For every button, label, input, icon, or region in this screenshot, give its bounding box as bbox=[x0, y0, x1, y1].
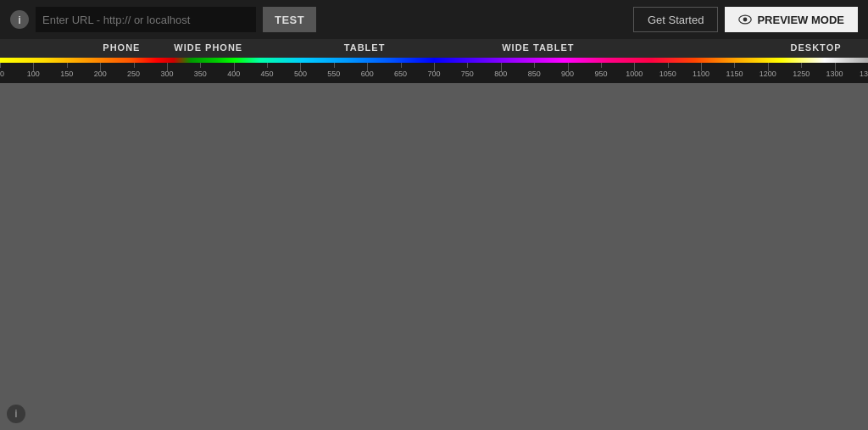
tick-label-1200: 1200 bbox=[760, 70, 776, 78]
url-input[interactable] bbox=[36, 7, 256, 32]
preview-mode-label: PREVIEW MODE bbox=[757, 14, 844, 26]
tick-label-800: 800 bbox=[494, 70, 507, 78]
tick-label-650: 650 bbox=[394, 70, 407, 78]
tick-label-700: 700 bbox=[427, 70, 440, 78]
tick-label-150: 150 bbox=[60, 70, 73, 78]
tick-label-1000: 1000 bbox=[626, 70, 643, 78]
tick-label-350: 350 bbox=[194, 70, 207, 78]
tick-label-750: 750 bbox=[461, 70, 474, 78]
main-content bbox=[0, 83, 868, 430]
ruler-ticks: 5010015020025030035040045050055060065070… bbox=[0, 63, 868, 83]
breakpoint-label-wide-phone: WIDE PHONE bbox=[174, 42, 242, 53]
tick-label-1150: 1150 bbox=[726, 70, 743, 78]
bottom-info-icon[interactable]: i bbox=[7, 405, 25, 423]
tick-label-500: 500 bbox=[294, 70, 307, 78]
breakpoint-label-tablet: TABLET bbox=[344, 42, 386, 53]
tick-label-550: 550 bbox=[327, 70, 340, 78]
tick-label-900: 900 bbox=[561, 70, 574, 78]
tick-label-300: 300 bbox=[160, 70, 173, 78]
tick-label-850: 850 bbox=[528, 70, 541, 78]
breakpoint-label-phone: PHONE bbox=[103, 42, 140, 53]
tick-label-450: 450 bbox=[261, 70, 274, 78]
tick-label-1100: 1100 bbox=[693, 70, 709, 78]
tick-label-400: 400 bbox=[227, 70, 240, 78]
top-bar: i TEST Get Started PREVIEW MODE bbox=[0, 0, 868, 39]
tick-label-950: 950 bbox=[594, 70, 607, 78]
tick-label-1300: 1300 bbox=[826, 70, 843, 78]
tick-label-50: 50 bbox=[0, 70, 4, 78]
test-button[interactable]: TEST bbox=[263, 7, 316, 32]
tick-label-1050: 1050 bbox=[659, 70, 676, 78]
breakpoint-label-desktop: DESKTOP bbox=[791, 42, 842, 53]
tick-label-600: 600 bbox=[361, 70, 374, 78]
svg-point-1 bbox=[743, 18, 748, 22]
ruler-container: PHONEWIDE PHONETABLETWIDE TABLETDESKTOP … bbox=[0, 39, 868, 83]
breakpoint-labels: PHONEWIDE PHONETABLETWIDE TABLETDESKTOP bbox=[0, 39, 868, 58]
tick-label-100: 100 bbox=[27, 70, 40, 78]
tick-label-250: 250 bbox=[127, 70, 140, 78]
get-started-button[interactable]: Get Started bbox=[633, 7, 718, 32]
tick-label-1250: 1250 bbox=[793, 70, 810, 78]
preview-mode-button[interactable]: PREVIEW MODE bbox=[725, 7, 858, 32]
tick-label-1350: 1350 bbox=[860, 70, 868, 78]
eye-icon bbox=[738, 13, 752, 26]
tick-label-200: 200 bbox=[94, 70, 107, 78]
breakpoint-label-wide-tablet: WIDE TABLET bbox=[502, 42, 574, 53]
info-icon[interactable]: i bbox=[10, 10, 29, 29]
